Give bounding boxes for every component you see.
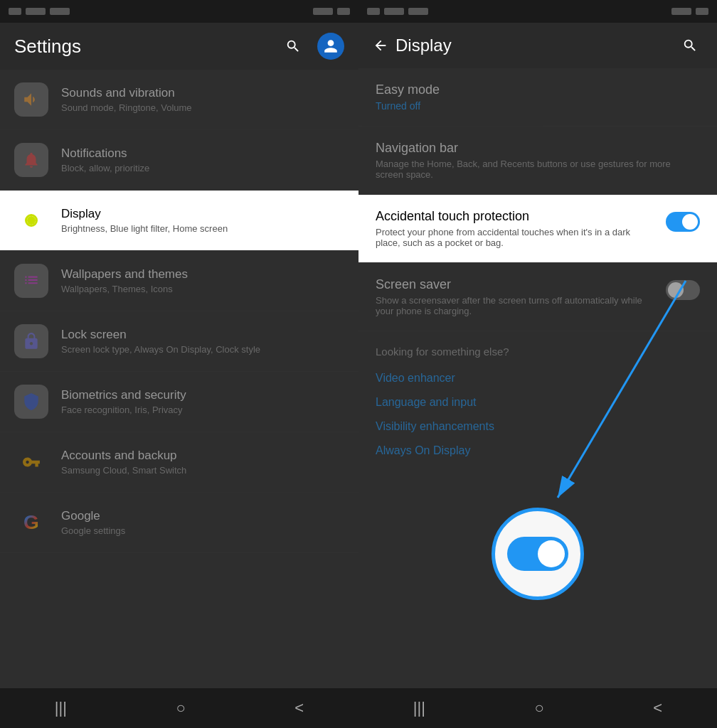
- screen-saver-item[interactable]: Screen saver Show a screensaver after th…: [358, 263, 717, 331]
- avatar[interactable]: [317, 33, 344, 60]
- display-page-title: Display: [395, 36, 677, 55]
- nav-menu-icon[interactable]: |||: [55, 699, 67, 717]
- settings-item-notifications[interactable]: Notifications Block, allow, prioritize: [0, 130, 358, 191]
- notifications-icon: [14, 143, 48, 177]
- status-dot-4: [313, 8, 333, 15]
- wallpapers-subtitle: Wallpapers, Themes, Icons: [61, 284, 344, 294]
- visibility-enhancements-link[interactable]: Visibility enhancements: [376, 414, 700, 439]
- display-header: Display: [358, 23, 717, 68]
- status-dot-2: [26, 8, 46, 15]
- screen-saver-subtitle: Show a screensaver after the screen turn…: [376, 295, 657, 316]
- looking-for-title: Looking for something else?: [376, 346, 700, 358]
- wallpapers-icon: [14, 264, 48, 298]
- easy-mode-status: Turned off: [376, 100, 700, 112]
- settings-list: Sounds and vibration Sound mode, Rington…: [0, 70, 358, 688]
- notifications-title: Notifications: [61, 146, 344, 161]
- google-icon: G: [14, 505, 48, 540]
- google-title: Google: [61, 509, 344, 523]
- status-dot-1: [9, 8, 21, 15]
- display-subtitle: Brightness, Blue light filter, Home scre…: [61, 223, 344, 234]
- sounds-icon: [14, 82, 48, 117]
- sounds-subtitle: Sound mode, Ringtone, Volume: [61, 102, 344, 113]
- svg-point-0: [27, 216, 36, 225]
- status-dot-5: [337, 8, 350, 15]
- right-nav-bar: ||| ○ <: [358, 688, 717, 728]
- settings-item-display[interactable]: Display Brightness, Blue light filter, H…: [0, 191, 358, 251]
- r-status-dot-1: [367, 8, 380, 15]
- settings-item-wallpapers[interactable]: Wallpapers and themes Wallpapers, Themes…: [0, 251, 358, 311]
- right-panel: Display Easy mode Turned off Navigation …: [358, 0, 717, 728]
- lock-icon: [14, 324, 48, 358]
- left-panel: Settings: [0, 0, 358, 728]
- r-status-dot-5: [696, 8, 708, 15]
- accidental-touch-toggle[interactable]: [666, 212, 700, 232]
- settings-item-accounts[interactable]: Accounts and backup Samsung Cloud, Smart…: [0, 432, 358, 493]
- settings-header: Settings: [0, 23, 358, 70]
- r-status-dot-2: [384, 8, 404, 15]
- biometrics-subtitle: Face recognition, Iris, Privacy: [61, 405, 344, 415]
- toggle-thumb: [682, 214, 698, 230]
- search-icon[interactable]: [280, 33, 306, 59]
- settings-item-lockscreen[interactable]: Lock screen Screen lock type, Always On …: [0, 311, 358, 372]
- left-status-bar: [0, 0, 358, 23]
- lockscreen-title: Lock screen: [61, 328, 344, 342]
- screen-saver-title: Screen saver: [376, 277, 657, 292]
- easy-mode-title: Easy mode: [376, 82, 700, 97]
- accounts-subtitle: Samsung Cloud, Smart Switch: [61, 465, 344, 476]
- biometrics-icon: [14, 385, 48, 419]
- easy-mode-item[interactable]: Easy mode Turned off: [358, 68, 717, 127]
- right-nav-home-icon[interactable]: ○: [535, 699, 544, 717]
- right-status-bar: [358, 0, 717, 23]
- status-dot-3: [50, 8, 70, 15]
- r-status-dot-3: [408, 8, 428, 15]
- nav-home-icon[interactable]: ○: [176, 699, 186, 717]
- video-enhancer-link[interactable]: Video enhancer: [376, 366, 700, 390]
- accounts-icon: [14, 445, 48, 479]
- biometrics-title: Biometrics and security: [61, 388, 344, 402]
- nav-back-icon[interactable]: <: [294, 699, 304, 717]
- toggle-annotation-circle: [492, 508, 584, 600]
- screen-saver-toggle-thumb: [668, 282, 684, 298]
- screen-saver-toggle[interactable]: [666, 280, 700, 300]
- lockscreen-subtitle: Screen lock type, Always On Display, Clo…: [61, 344, 344, 355]
- wallpapers-title: Wallpapers and themes: [61, 267, 344, 282]
- left-nav-bar: ||| ○ <: [0, 688, 358, 728]
- accidental-touch-item[interactable]: Accidental touch protection Protect your…: [358, 195, 717, 263]
- display-icon: [14, 203, 48, 237]
- right-search-icon[interactable]: [677, 33, 703, 58]
- nav-bar-title: Navigation bar: [376, 141, 700, 156]
- right-nav-menu-icon[interactable]: |||: [413, 699, 425, 717]
- always-on-display-link[interactable]: Always On Display: [376, 439, 700, 463]
- r-status-dot-4: [671, 8, 691, 15]
- navigation-bar-item[interactable]: Navigation bar Manage the Home, Back, an…: [358, 127, 717, 195]
- settings-item-biometrics[interactable]: Biometrics and security Face recognition…: [0, 372, 358, 432]
- accidental-touch-title: Accidental touch protection: [376, 209, 657, 224]
- accidental-touch-subtitle: Protect your phone from accidental touch…: [376, 227, 657, 248]
- settings-item-google[interactable]: G Google Google settings: [0, 493, 358, 553]
- settings-item-sounds[interactable]: Sounds and vibration Sound mode, Rington…: [0, 70, 358, 130]
- back-button[interactable]: [373, 38, 388, 53]
- language-input-link[interactable]: Language and input: [376, 390, 700, 414]
- right-nav-back-icon[interactable]: <: [653, 699, 662, 717]
- sounds-title: Sounds and vibration: [61, 86, 344, 100]
- accounts-title: Accounts and backup: [61, 449, 344, 463]
- page-title: Settings: [14, 36, 81, 58]
- notifications-subtitle: Block, allow, prioritize: [61, 163, 344, 173]
- display-title: Display: [61, 207, 344, 221]
- google-subtitle: Google settings: [61, 525, 344, 536]
- nav-bar-subtitle: Manage the Home, Back, and Recents butto…: [376, 159, 700, 180]
